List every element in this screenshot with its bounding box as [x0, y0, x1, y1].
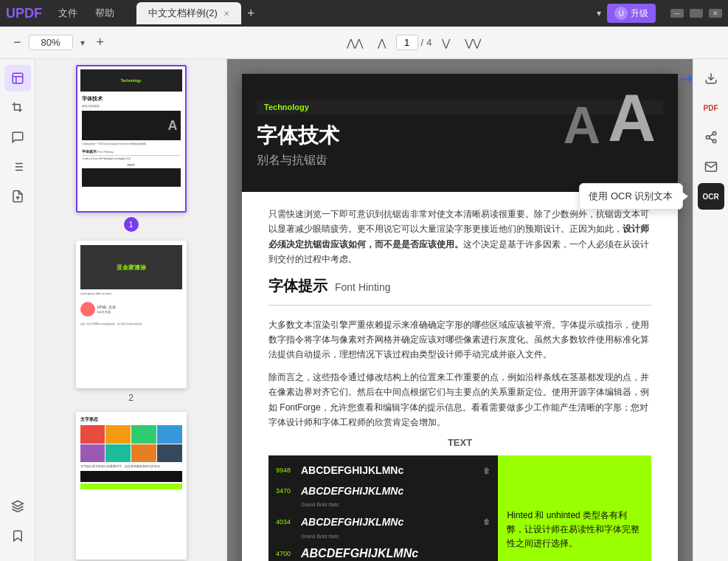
thumb-page-num-2: 2 [128, 393, 134, 403]
thumb-img-1: Technology 字体技术 别名与抗锯齿 A 只需快速浏览一下即可意识到抗锯… [76, 65, 187, 213]
body-para-1: 只需快速浏览一下即可意识到抗锯齿非常对使文本清晰易读很重要。除了少数例外，抗锯齿… [268, 207, 651, 267]
zoom-dropdown-btn[interactable]: ▾ [76, 35, 89, 51]
page-separator: / [421, 37, 424, 48]
nav-next-btn[interactable]: ⋁ [437, 34, 454, 52]
sidebar-icon-layers[interactable] [4, 493, 31, 520]
page-number-input[interactable] [396, 35, 418, 50]
font-caption: Hinted 和 unhinted 类型各有利弊，让设计师在易读性和字体完整性之… [507, 509, 642, 551]
toolbar: − 80% ▾ + ⋀⋀ ⋀ / 4 ⋁ ⋁⋁ [0, 27, 728, 59]
svg-point-15 [706, 136, 710, 140]
right-ocr-btn[interactable]: OCR 使用 OCR 识别文本 [698, 183, 724, 210]
tab-bar: 中文文档样例(2) ✕ + [136, 2, 597, 24]
font-label-2: Grand Bold Italic [276, 534, 490, 539]
zoom-level-display[interactable]: 80% [29, 35, 73, 50]
font-row-1: 9948 ABCDEFGHIJKLMNc 🗑 [276, 464, 490, 476]
zoom-in-btn[interactable]: + [92, 32, 109, 53]
font-image-right: Hinted 和 unhinted 类型各有利弊，让设计师在易读性和字体完整性之… [498, 455, 651, 561]
page-indicator: / 4 [396, 35, 432, 50]
page-subtitle: 别名与抗锯齿 [257, 153, 663, 168]
pdf-content-area[interactable]: Technology 字体技术 别名与抗锯齿 A A 只需快速浏览一下即可意识到… [227, 59, 693, 561]
upgrade-button[interactable]: U 升级 [607, 4, 656, 23]
thumb-img-2: 亚金家漆涂 Lorem ipsum dolor sit amet HTML 文本… [76, 241, 187, 388]
font-abc-2: ABCDEFGHIJKLMNc [301, 485, 490, 497]
menu-help[interactable]: 帮助 [88, 4, 122, 23]
main-layout: Technology 字体技术 别名与抗锯齿 A 只需快速浏览一下即可意识到抗锯… [0, 59, 728, 561]
icon-bar-bottom [4, 493, 31, 555]
close-btn[interactable]: ✕ [709, 9, 722, 18]
font-num-1: 9948 [276, 467, 297, 474]
font-num-4: 4700 [276, 550, 297, 557]
toolbar-left: − 80% ▾ + [9, 32, 108, 53]
section-heading: 字体提示 Font Hinting [268, 276, 651, 296]
thumb-page-num-1: 1 [124, 217, 139, 232]
page-header-block: Technology 字体技术 别名与抗锯齿 A A [242, 74, 678, 192]
thumb-img-3: 文字形态 文字输出是字体设计的重要环节，包含多种颜色和样式的变化。 [76, 412, 187, 560]
tab-close-btn[interactable]: ✕ [223, 10, 229, 18]
font-delete-3[interactable]: 🗑 [483, 517, 490, 526]
maximize-btn[interactable] [690, 9, 703, 18]
page-total: 4 [426, 37, 431, 48]
tab-title: 中文文档样例(2) [148, 7, 218, 20]
text-label: TEXT [268, 437, 651, 448]
section-para-2: 除而言之，这些指令通过修改结构上的位置来工作重要的点，例如沿样条线在茎基都发现的… [268, 370, 651, 430]
body-para-1-text: 只需快速浏览一下即可意识到抗锯齿非常对使文本清晰易读很重要。除了少数例外，抗锯齿… [268, 209, 649, 234]
toolbar-center: ⋀⋀ ⋀ / 4 ⋁ ⋁⋁ [342, 34, 486, 52]
nav-first-btn[interactable]: ⋀⋀ [342, 34, 367, 52]
section-divider [268, 305, 651, 306]
window-controls: — ✕ [670, 9, 722, 18]
pdf-page: Technology 字体技术 别名与抗锯齿 A A 只需快速浏览一下即可意识到… [242, 74, 678, 561]
decorative-letters: A A [563, 85, 656, 151]
font-abc-3: ABCDEFGHIJKLMNc [301, 516, 479, 528]
font-abc-4: ABCDEFGHIJKLMNc [301, 547, 490, 560]
right-download-btn[interactable] [698, 65, 724, 92]
svg-line-18 [709, 134, 713, 137]
window-dropdown-btn[interactable]: ▾ [597, 8, 601, 18]
svg-line-17 [709, 138, 713, 140]
zoom-out-btn[interactable]: − [9, 32, 26, 53]
right-pdf-btn[interactable]: PDF [698, 94, 724, 121]
ocr-icon-text: OCR [702, 193, 718, 201]
new-tab-btn[interactable]: + [247, 6, 255, 21]
sidebar-icon-bookmark[interactable] [4, 523, 31, 549]
right-icon-bar: PDF OCR 使用 OCR 识别文本 ↗ [693, 59, 728, 561]
minimize-btn[interactable]: — [670, 9, 684, 18]
svg-point-16 [713, 140, 716, 143]
sidebar-icon-crop[interactable] [4, 94, 31, 121]
svg-rect-0 [13, 73, 23, 83]
section-title-cn: 字体提示 [268, 276, 327, 296]
letter-a-front: A [608, 85, 656, 151]
font-delete-1[interactable]: 🗑 [483, 467, 490, 475]
sidebar-icon-comment[interactable] [4, 124, 31, 151]
menu-bar: 文件 帮助 [51, 4, 122, 23]
sidebar-icon-arrange[interactable] [4, 154, 31, 180]
title-bar-right: ▾ U 升级 — ✕ [597, 4, 722, 23]
nav-last-btn[interactable]: ⋁⋁ [460, 34, 485, 52]
app-logo: UPDF [6, 6, 42, 21]
thumbnail-page-2[interactable]: 亚金家漆涂 Lorem ipsum dolor sit amet HTML 文本… [41, 241, 221, 403]
font-num-3: 4034 [276, 518, 297, 526]
font-label-1: Grand Bold Italic [276, 502, 490, 507]
title-bar: UPDF 文件 帮助 中文文档样例(2) ✕ + ▾ U 升级 — ✕ [0, 0, 728, 27]
menu-file[interactable]: 文件 [51, 4, 85, 23]
active-tab[interactable]: 中文文档样例(2) ✕ [136, 2, 241, 24]
font-row-3: 4034 ABCDEFGHIJKLMNc 🗑 [276, 516, 490, 528]
thumbnail-panel: Technology 字体技术 别名与抗锯齿 A 只需快速浏览一下即可意识到抗锯… [35, 59, 227, 561]
font-image-block: 9948 ABCDEFGHIJKLMNc 🗑 3470 ABCDEFGHIJKL… [268, 455, 651, 561]
right-share-btn[interactable] [698, 124, 724, 151]
svg-point-14 [713, 132, 716, 136]
font-image-left: 9948 ABCDEFGHIJKLMNc 🗑 3470 ABCDEFGHIJKL… [268, 455, 498, 561]
font-row-2: 3470 ABCDEFGHIJKLMNc [276, 485, 490, 497]
svg-marker-12 [12, 501, 23, 507]
left-icon-bar [0, 59, 35, 561]
thumbnail-page-1[interactable]: Technology 字体技术 别名与抗锯齿 A 只需快速浏览一下即可意识到抗锯… [41, 65, 221, 232]
right-envelope-btn[interactable] [698, 154, 724, 180]
upgrade-label: 升级 [631, 7, 648, 20]
font-row-4: 4700 ABCDEFGHIJKLMNc [276, 547, 490, 560]
sidebar-icon-extract[interactable] [4, 183, 31, 210]
section-para-1: 大多数文本渲染引擎严重依赖提示来准确确定字形的哪些区域应该被平滑。字体提示或指示… [268, 317, 651, 362]
nav-prev-btn[interactable]: ⋀ [373, 34, 390, 52]
thumbnail-page-3[interactable]: 文字形态 文字输出是字体设计的重要环节，包含多种颜色和样式的变化。 [41, 412, 221, 561]
font-abc-1: ABCDEFGHIJKLMNc [301, 464, 479, 476]
letter-a-back: A [563, 100, 600, 151]
sidebar-icon-edit[interactable] [4, 65, 31, 92]
